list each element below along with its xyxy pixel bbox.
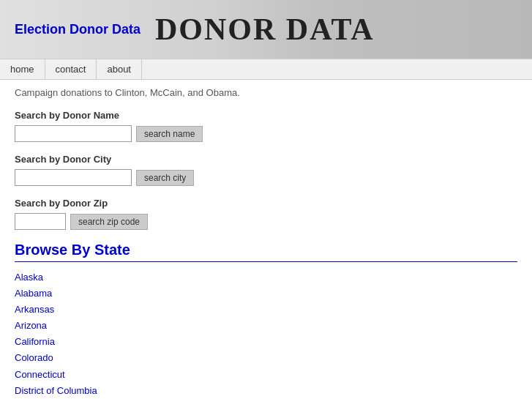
state-link[interactable]: Arizona	[15, 318, 517, 334]
search-zip-input[interactable]	[15, 213, 66, 230]
tagline: Campaign donations to Clinton, McCain, a…	[15, 87, 517, 98]
state-link[interactable]: Connecticut	[15, 367, 517, 383]
nav: home contact about	[0, 59, 532, 80]
search-city-button[interactable]: search city	[136, 170, 194, 186]
nav-about[interactable]: about	[97, 59, 142, 79]
search-name-label: Search by Donor Name	[15, 110, 517, 121]
state-list: AlaskaAlabamaArkansasArizonaCaliforniaCo…	[15, 269, 517, 399]
site-title: Election Donor Data	[15, 22, 141, 37]
search-city-row: search city	[15, 169, 517, 186]
state-link[interactable]: Alabama	[15, 286, 517, 302]
browse-section: Browse By State AlaskaAlabamaArkansasAri…	[15, 242, 517, 399]
nav-home[interactable]: home	[0, 59, 45, 79]
search-city-label: Search by Donor City	[15, 154, 517, 165]
logo-title: Donor Data	[155, 12, 375, 47]
header: Election Donor Data Donor Data	[0, 0, 532, 59]
nav-contact[interactable]: contact	[45, 59, 97, 79]
search-zip-section: Search by Donor Zip search zip code	[15, 198, 517, 230]
state-link[interactable]: California	[15, 334, 517, 350]
search-zip-button[interactable]: search zip code	[70, 214, 148, 230]
browse-title: Browse By State	[15, 242, 517, 262]
state-link[interactable]: District of Columbia	[15, 383, 517, 399]
search-name-input[interactable]	[15, 125, 132, 142]
state-link[interactable]: Alaska	[15, 269, 517, 286]
search-city-section: Search by Donor City search city	[15, 154, 517, 186]
search-name-button[interactable]: search name	[136, 126, 203, 142]
search-name-section: Search by Donor Name search name	[15, 110, 517, 142]
search-name-row: search name	[15, 125, 517, 142]
search-zip-row: search zip code	[15, 213, 517, 230]
search-zip-label: Search by Donor Zip	[15, 198, 517, 209]
main-content: Campaign donations to Clinton, McCain, a…	[0, 80, 532, 399]
state-link[interactable]: Colorado	[15, 350, 517, 366]
search-city-input[interactable]	[15, 169, 132, 186]
state-link[interactable]: Arkansas	[15, 302, 517, 318]
